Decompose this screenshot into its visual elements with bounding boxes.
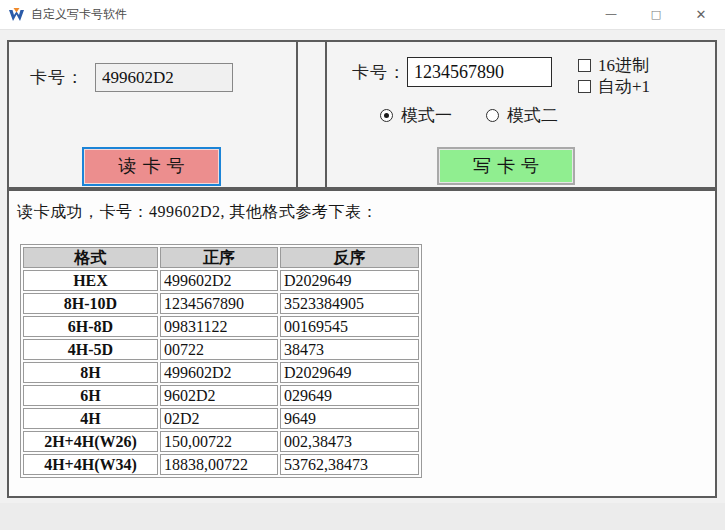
results-panel: 读卡成功，卡号：499602D2, 其他格式参考下表： 格式 正序 反序 HEX… [7, 189, 717, 498]
table-row: 4H 02D2 9649 [23, 408, 419, 429]
cell-format: 4H [23, 408, 158, 429]
cell-forward: 00722 [160, 339, 278, 360]
cell-reverse: D2029649 [280, 362, 419, 383]
auto-increment-checkbox-row[interactable]: 自动+1 [578, 75, 650, 98]
table-row: 2H+4H(W26) 150,00722 002,38473 [23, 431, 419, 452]
cell-forward: 09831122 [160, 316, 278, 337]
app-window: { "titlebar": { "title": "自定义写卡号软件", "mi… [0, 0, 725, 530]
mode-one-label: 模式一 [401, 104, 452, 127]
cell-format: 8H-10D [23, 293, 158, 314]
status-message: 读卡成功，卡号：499602D2, 其他格式参考下表： [17, 202, 378, 223]
cell-reverse: 3523384905 [280, 293, 419, 314]
mode-two-label: 模式二 [507, 104, 558, 127]
table-row: 4H-5D 00722 38473 [23, 339, 419, 360]
app-logo-icon [8, 7, 25, 24]
cell-format: 2H+4H(W26) [23, 431, 158, 452]
auto-increment-checkbox[interactable] [578, 80, 591, 93]
table-row: 8H 499602D2 D2029649 [23, 362, 419, 383]
mode-one-radio-row[interactable]: 模式一 [380, 104, 452, 127]
hex-checkbox-row[interactable]: 16进制 [578, 54, 649, 77]
header-forward: 正序 [160, 247, 278, 268]
hex-checkbox[interactable] [578, 59, 591, 72]
cell-format: HEX [23, 270, 158, 291]
table-row: 8H-10D 1234567890 3523384905 [23, 293, 419, 314]
table-row: HEX 499602D2 D2029649 [23, 270, 419, 291]
mode-two-radio-row[interactable]: 模式二 [486, 104, 558, 127]
read-card-value-field[interactable] [95, 63, 233, 92]
cell-forward: 9602D2 [160, 385, 278, 406]
table-row: 4H+4H(W34) 18838,00722 53762,38473 [23, 454, 419, 475]
window-title: 自定义写卡号软件 [31, 0, 127, 29]
write-card-button[interactable]: 写卡号 [437, 147, 575, 185]
mode-one-radio[interactable] [380, 109, 393, 122]
cell-forward: 499602D2 [160, 362, 278, 383]
cell-format: 4H-5D [23, 339, 158, 360]
table-header-row: 格式 正序 反序 [23, 247, 419, 268]
header-reverse: 反序 [280, 247, 419, 268]
header-format: 格式 [23, 247, 158, 268]
cell-forward: 1234567890 [160, 293, 278, 314]
cell-reverse: 029649 [280, 385, 419, 406]
cell-reverse: 9649 [280, 408, 419, 429]
cell-forward: 02D2 [160, 408, 278, 429]
close-button[interactable]: ✕ [686, 0, 716, 29]
cell-forward: 18838,00722 [160, 454, 278, 475]
auto-increment-checkbox-label: 自动+1 [598, 75, 650, 98]
table-row: 6H 9602D2 029649 [23, 385, 419, 406]
write-card-label: 卡号： [352, 61, 406, 84]
cell-reverse: 002,38473 [280, 431, 419, 452]
hex-checkbox-label: 16进制 [598, 54, 649, 77]
mode-two-radio[interactable] [486, 109, 499, 122]
minimize-button[interactable]: — [596, 0, 626, 29]
read-card-label: 卡号： [30, 66, 84, 89]
cell-forward: 150,00722 [160, 431, 278, 452]
panel-divider [296, 40, 327, 189]
maximize-button[interactable]: □ [641, 0, 671, 29]
table-row: 6H-8D 09831122 00169545 [23, 316, 419, 337]
format-table: 格式 正序 反序 HEX 499602D2 D2029649 8H-10D 12… [20, 244, 422, 478]
cell-format: 8H [23, 362, 158, 383]
window-bottom-strip [0, 503, 725, 530]
cell-reverse: 38473 [280, 339, 419, 360]
title-bar: 自定义写卡号软件 — □ ✕ [0, 0, 725, 30]
write-card-input[interactable] [407, 57, 552, 87]
cell-format: 4H+4H(W34) [23, 454, 158, 475]
cell-forward: 499602D2 [160, 270, 278, 291]
cell-reverse: D2029649 [280, 270, 419, 291]
cell-format: 6H [23, 385, 158, 406]
cell-reverse: 53762,38473 [280, 454, 419, 475]
read-card-button[interactable]: 读卡号 [82, 147, 221, 186]
cell-format: 6H-8D [23, 316, 158, 337]
cell-reverse: 00169545 [280, 316, 419, 337]
